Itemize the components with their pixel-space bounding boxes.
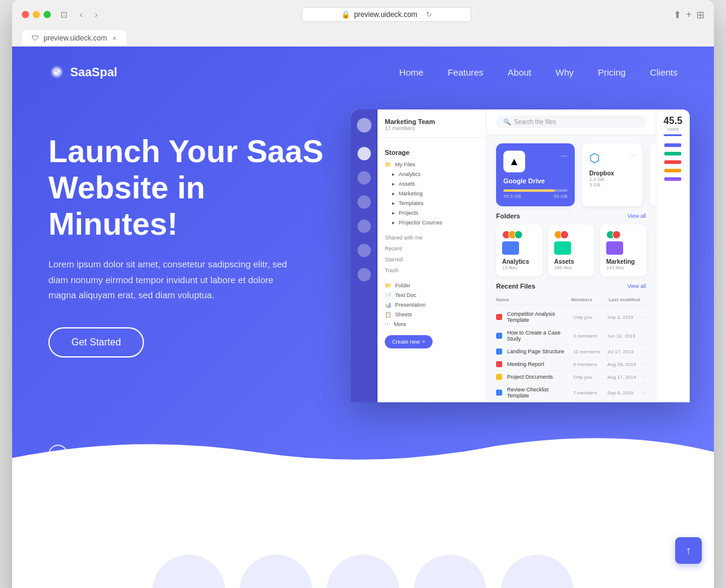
- file-more-2[interactable]: ···: [641, 333, 646, 339]
- file-projects[interactable]: ▸ Projects: [385, 208, 479, 218]
- file-name-6: Review Checklist Template: [507, 387, 571, 399]
- file-more-6[interactable]: ···: [641, 390, 646, 396]
- trash-label[interactable]: Trash: [378, 265, 486, 276]
- file-analytics[interactable]: ▸ Analytics: [385, 169, 479, 179]
- plus-icon: +: [422, 339, 425, 345]
- strip-1: [664, 143, 681, 147]
- file-date-5: Aug 17, 2019: [607, 374, 639, 380]
- back-button[interactable]: ‹: [77, 8, 85, 21]
- usage-panel: 45.5 Used: [656, 109, 690, 402]
- file-members-5: Only you: [573, 374, 605, 380]
- table-row[interactable]: Competitor Analysis Template Only you Se…: [496, 308, 646, 327]
- sheets-type[interactable]: 📋 Sheets: [385, 310, 479, 319]
- bottom-circles: [152, 555, 574, 588]
- bottom-section: [12, 482, 714, 588]
- file-badge-2: [496, 333, 502, 339]
- forward-button[interactable]: ›: [93, 8, 100, 21]
- sidebar-icon-people[interactable]: [358, 220, 371, 233]
- strip-3: [664, 160, 681, 164]
- sidebar-icon-docs[interactable]: [358, 244, 371, 257]
- folder-assets[interactable]: Assets 345 files: [548, 224, 594, 276]
- dropbox-menu[interactable]: ···: [629, 151, 635, 159]
- nav-features[interactable]: Features: [448, 67, 483, 77]
- file-more-4[interactable]: ···: [641, 361, 646, 367]
- file-date-1: Sep 3, 2019: [607, 315, 639, 320]
- nav-about[interactable]: About: [508, 67, 531, 77]
- sidebar-file-types: 📁 Folder 📄 Text Doc 📊 Presentation 📋 She…: [378, 281, 486, 329]
- marketing-folder-count: 143 files: [606, 265, 640, 270]
- textdoc-type[interactable]: 📄 Text Doc: [385, 290, 479, 300]
- new-tab-icon[interactable]: +: [686, 9, 692, 20]
- nav-why[interactable]: Why: [555, 67, 574, 77]
- sidebar-icon-settings[interactable]: [358, 268, 371, 281]
- table-row[interactable]: Review Checklist Template 7 members Sep …: [496, 384, 646, 402]
- minimize-button[interactable]: [33, 11, 40, 18]
- file-more-3[interactable]: ···: [641, 348, 646, 354]
- table-row[interactable]: Landing Page Structure 10 members Jul 17…: [496, 345, 646, 358]
- table-row[interactable]: Meeting Report 5 members Aug 28, 2019 ··…: [496, 358, 646, 371]
- gdrive-menu[interactable]: ···: [560, 151, 567, 160]
- browser-toolbar: ⬆ + ⊞: [673, 9, 704, 21]
- get-started-button[interactable]: Get Started: [48, 327, 144, 358]
- file-projector[interactable]: ▸ Projector Cources: [385, 218, 479, 227]
- refresh-icon[interactable]: ↻: [426, 10, 432, 19]
- my-files-label[interactable]: 📁 My Files: [385, 160, 479, 169]
- folder-type[interactable]: 📁 Folder: [385, 281, 479, 290]
- search-bar[interactable]: 🔍 Search the files: [496, 116, 646, 128]
- app-window: Marketing Team 17 members Storage 📁 My F…: [351, 109, 690, 402]
- shared-label[interactable]: Shared with me: [378, 232, 486, 243]
- dropbox-card[interactable]: ⬡ ··· Dropbox 1.2 GB 3 GB: [582, 143, 643, 206]
- folders-view-all[interactable]: View all: [627, 213, 646, 219]
- more-type[interactable]: ⋯ More: [385, 319, 479, 329]
- file-more-1[interactable]: ···: [641, 314, 646, 320]
- storage-section: Storage 📁 My Files ▸ Analytics: [378, 144, 486, 232]
- file-assets[interactable]: ▸ Assets: [385, 179, 479, 189]
- onedrive-card[interactable]: ☁ ··· OneDrive 2.5 GB 3 GB: [650, 143, 656, 206]
- maximize-button[interactable]: [44, 11, 51, 18]
- sidebar-toggle[interactable]: ⊡: [58, 8, 70, 21]
- folders-title: Folders: [496, 212, 520, 220]
- browser-tab[interactable]: 🛡 preview.uideck.com ✕: [22, 30, 126, 46]
- file-bullet2: ▸: [392, 181, 395, 187]
- marketing-folder-name: Marketing: [606, 258, 640, 265]
- share-icon[interactable]: ⬆: [673, 9, 681, 21]
- presentation-type[interactable]: 📊 Presentation: [385, 300, 479, 310]
- nav-clients[interactable]: Clients: [650, 67, 678, 77]
- nav-links: Home Features About Why Pricing Clients: [399, 67, 678, 77]
- sidebar-icon-team[interactable]: [358, 195, 371, 209]
- file-bullet6: ▸: [392, 220, 395, 226]
- address-bar[interactable]: 🔒 preview.uideck.com ↻: [302, 7, 471, 22]
- starred-label[interactable]: Starred: [378, 254, 486, 265]
- nav-home[interactable]: Home: [399, 67, 424, 77]
- sidebar-icon-home[interactable]: [358, 147, 371, 160]
- up-arrow-icon: ↑: [686, 544, 692, 557]
- sidebar-icon-files[interactable]: [358, 171, 371, 185]
- search-icon: 🔍: [503, 119, 511, 125]
- gdrive-card[interactable]: ▲ ··· Google Drive 45.5 GB: [496, 143, 575, 206]
- tabs-icon[interactable]: ⊞: [696, 9, 704, 21]
- gdrive-total: 50 GB: [554, 194, 567, 199]
- tab-close[interactable]: ✕: [112, 35, 117, 42]
- table-row[interactable]: How to Create a Case Study 3 members Jun…: [496, 327, 646, 345]
- browser-chrome: ⊡ ‹ › 🔒 preview.uideck.com ↻ ⬆ + ⊞ 🛡 pre…: [12, 0, 714, 47]
- logo[interactable]: SaaSpal: [48, 64, 117, 80]
- recent-files-view-all[interactable]: View all: [627, 283, 646, 289]
- file-marketing[interactable]: ▸ Marketing: [385, 189, 479, 198]
- folder-analytics[interactable]: Analytics 15 files: [496, 224, 542, 276]
- strip-4: [664, 169, 681, 172]
- close-button[interactable]: [22, 11, 29, 18]
- table-row[interactable]: Project Documents Only you Aug 17, 2019 …: [496, 371, 646, 384]
- hero-wave: [12, 434, 714, 482]
- recent-label[interactable]: Recent: [378, 243, 486, 254]
- create-new-button[interactable]: Create new +: [385, 335, 433, 348]
- file-name-5: Project Documents: [507, 374, 571, 380]
- file-date-3: Jul 17, 2019: [607, 349, 639, 354]
- dropbox-icon: ⬡: [589, 151, 600, 165]
- team-members: 17 members: [385, 125, 479, 131]
- nav-pricing[interactable]: Pricing: [598, 67, 626, 77]
- folder-marketing[interactable]: Marketing 143 files: [600, 224, 646, 276]
- file-more-5[interactable]: ···: [641, 374, 646, 380]
- file-templates[interactable]: ▸ Templates: [385, 198, 479, 208]
- assets-folder-count: 345 files: [554, 265, 588, 270]
- back-to-top-button[interactable]: ↑: [675, 537, 702, 564]
